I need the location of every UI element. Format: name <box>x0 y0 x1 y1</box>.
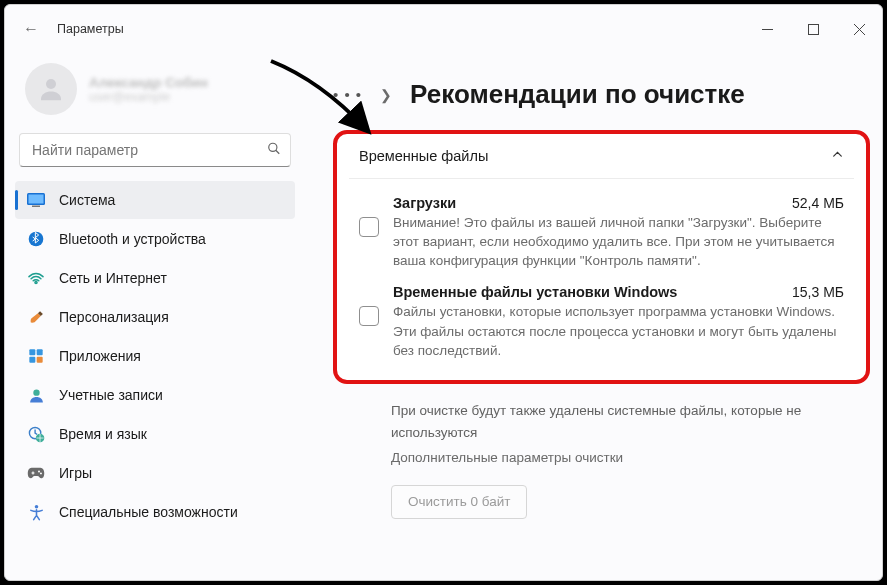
chevron-right-icon: ❯ <box>380 87 392 103</box>
gamepad-icon <box>27 464 45 482</box>
accessibility-icon <box>27 503 45 521</box>
sidebar-item-network[interactable]: Сеть и Интернет <box>15 259 295 297</box>
cleanup-button[interactable]: Очистить 0 байт <box>391 485 527 519</box>
chevron-up-icon <box>831 148 844 161</box>
sidebar-item-label: Специальные возможности <box>59 504 238 520</box>
section-title: Временные файлы <box>359 148 488 164</box>
brush-icon <box>27 308 45 326</box>
sidebar: Александр Собин user@example Система <box>5 53 305 580</box>
main-content: • • • ❯ Рекомендации по очистке Временны… <box>305 53 882 580</box>
sidebar-item-time-language[interactable]: Время и язык <box>15 415 295 453</box>
svg-point-4 <box>46 79 56 89</box>
sidebar-item-label: Игры <box>59 465 92 481</box>
svg-rect-11 <box>29 349 35 355</box>
search-input[interactable] <box>19 133 291 167</box>
back-button[interactable]: ← <box>23 20 39 38</box>
titlebar: ← Параметры <box>5 5 882 53</box>
minimize-icon <box>762 24 773 35</box>
account-sub: user@example <box>89 90 208 104</box>
svg-line-6 <box>276 150 280 154</box>
sidebar-item-label: Сеть и Интернет <box>59 270 167 286</box>
close-icon <box>854 24 865 35</box>
svg-point-19 <box>40 472 42 474</box>
avatar-icon <box>36 74 66 104</box>
collapse-button[interactable] <box>831 148 844 164</box>
close-button[interactable] <box>836 13 882 45</box>
item-title: Временные файлы установки Windows <box>393 284 677 300</box>
account-block[interactable]: Александр Собин user@example <box>15 53 295 133</box>
temp-files-section: Временные файлы Загрузки 52,4 МБ Внимани… <box>333 130 870 384</box>
maximize-icon <box>808 24 819 35</box>
maximize-button[interactable] <box>790 13 836 45</box>
sidebar-item-label: Приложения <box>59 348 141 364</box>
cleanup-note-block: При очистке будут также удалены системны… <box>391 400 880 469</box>
wifi-icon <box>27 269 45 287</box>
item-size: 15,3 МБ <box>792 284 844 300</box>
sidebar-item-label: Система <box>59 192 115 208</box>
sidebar-item-system[interactable]: Система <box>15 181 295 219</box>
sidebar-item-label: Время и язык <box>59 426 147 442</box>
sidebar-item-bluetooth[interactable]: Bluetooth и устройства <box>15 220 295 258</box>
svg-point-18 <box>38 471 40 473</box>
search-icon <box>267 142 281 159</box>
bluetooth-icon <box>27 230 45 248</box>
svg-rect-13 <box>29 357 35 363</box>
system-icon <box>27 191 45 209</box>
svg-point-15 <box>33 389 39 395</box>
sidebar-item-label: Bluetooth и устройства <box>59 231 206 247</box>
checkbox-windows-installer-temp[interactable] <box>359 306 379 326</box>
item-title: Загрузки <box>393 195 456 211</box>
breadcrumb-ellipsis[interactable]: • • • <box>333 86 362 103</box>
accounts-icon <box>27 386 45 404</box>
sidebar-item-accounts[interactable]: Учетные записи <box>15 376 295 414</box>
clock-globe-icon <box>27 425 45 443</box>
sidebar-item-apps[interactable]: Приложения <box>15 337 295 375</box>
checkbox-downloads[interactable] <box>359 217 379 237</box>
item-description: Файлы установки, которые использует прог… <box>393 302 844 359</box>
svg-point-10 <box>29 232 44 247</box>
svg-point-20 <box>34 505 38 509</box>
svg-rect-9 <box>32 206 40 208</box>
svg-rect-8 <box>29 195 44 204</box>
minimize-button[interactable] <box>744 13 790 45</box>
advanced-cleanup-link[interactable]: Дополнительные параметры очистки <box>391 447 880 469</box>
breadcrumb: • • • ❯ Рекомендации по очистке <box>333 79 880 110</box>
item-size: 52,4 МБ <box>792 195 844 211</box>
cleanup-note: При очистке будут также удалены системны… <box>391 403 801 440</box>
sidebar-item-accessibility[interactable]: Специальные возможности <box>15 493 295 531</box>
account-name: Александр Собин <box>89 75 208 90</box>
settings-window: ← Параметры Александр Собин user@ <box>4 4 883 581</box>
item-description: Внимание! Это файлы из вашей личной папк… <box>393 213 844 270</box>
window-title: Параметры <box>57 22 124 36</box>
svg-rect-1 <box>808 24 818 34</box>
sidebar-item-gaming[interactable]: Игры <box>15 454 295 492</box>
cleanup-item-downloads: Загрузки 52,4 МБ Внимание! Это файлы из … <box>359 195 844 270</box>
apps-icon <box>27 347 45 365</box>
avatar <box>25 63 77 115</box>
svg-rect-14 <box>37 357 43 363</box>
sidebar-item-label: Персонализация <box>59 309 169 325</box>
cleanup-item-windows-installer-temp: Временные файлы установки Windows 15,3 М… <box>359 284 844 359</box>
sidebar-item-personalization[interactable]: Персонализация <box>15 298 295 336</box>
divider <box>349 178 854 179</box>
sidebar-item-label: Учетные записи <box>59 387 163 403</box>
svg-rect-12 <box>37 349 43 355</box>
page-title: Рекомендации по очистке <box>410 79 745 110</box>
svg-point-5 <box>269 143 277 151</box>
